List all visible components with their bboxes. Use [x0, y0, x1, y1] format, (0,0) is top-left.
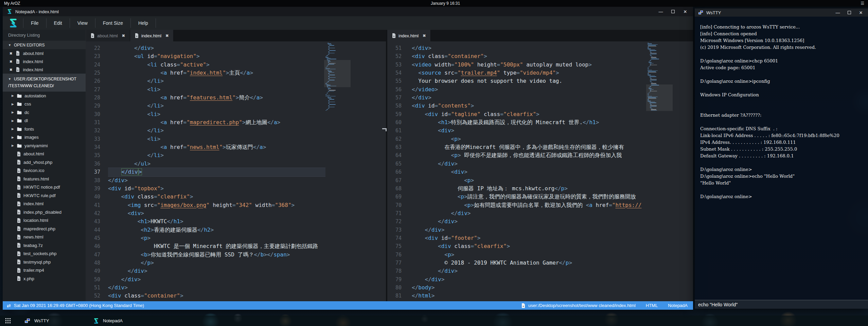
- sidebar-file-favicon.ico[interactable]: favicon.ico: [3, 167, 86, 175]
- code-line[interactable]: 伺服器 IP 地址為： mcs.hkwtc.org</p>: [412, 185, 647, 193]
- code-line[interactable]: </div>: [412, 209, 647, 217]
- code-line[interactable]: <ul id="navigation">: [108, 52, 325, 60]
- wstty-titlebar[interactable]: WsTTY — ✕: [695, 8, 868, 17]
- code-line[interactable]: </li>: [108, 102, 325, 110]
- code-area[interactable]: </div><div class="container"><video widt…: [412, 41, 647, 301]
- code-line[interactable]: <p>: [412, 251, 647, 259]
- code-line[interactable]: 在香港的Minecraft 伺服器中，多為小遊戲和純生存的伺服器，較少擁有: [412, 143, 647, 151]
- code-line[interactable]: <p>: [412, 176, 647, 185]
- sidebar-file-teabag.7z[interactable]: teabag.7z: [3, 241, 86, 250]
- code-line[interactable]: <a href="mapredirect.php">網上地圖</a>: [108, 118, 325, 127]
- close-file-icon[interactable]: ✖: [10, 68, 12, 72]
- close-file-icon[interactable]: ✖: [10, 52, 12, 55]
- code-line[interactable]: </li>: [108, 151, 325, 159]
- code-line[interactable]: <li>: [108, 85, 325, 94]
- sidebar-file-test-sockets.php[interactable]: test_sockets.php: [3, 250, 86, 258]
- code-line[interactable]: <a href="index.html">主頁</a>: [108, 69, 325, 77]
- code-line[interactable]: <h2>香港的建築伺服器</h2>: [108, 226, 325, 234]
- sidebar-file-HKWTC-notice.pdf[interactable]: HKWTC notice.pdf: [3, 183, 86, 192]
- sidebar-file-testmysql.php[interactable]: testmysql.php: [3, 258, 86, 266]
- menu-edit[interactable]: Edit: [47, 16, 70, 30]
- tab-close-icon[interactable]: ✖: [122, 34, 125, 38]
- code-line[interactable]: <a href="news.html">玩家傳送門</a>: [108, 143, 325, 151]
- code-line[interactable]: </div>: [108, 168, 325, 176]
- minimap-viewport[interactable]: [324, 60, 351, 87]
- code-line[interactable]: </ul>: [108, 160, 325, 168]
- hamburger-icon[interactable]: ☰: [861, 1, 865, 6]
- close-file-icon[interactable]: ✖: [10, 60, 12, 63]
- terminal-input[interactable]: echo "Hello World": [695, 300, 868, 309]
- sidebar-file-mapredirect.php[interactable]: mapredirect.php: [3, 225, 86, 233]
- tab-index.html[interactable]: index.html✖: [130, 30, 174, 41]
- code-line[interactable]: <div class="container">: [412, 52, 647, 60]
- editor-pane-right[interactable]: index.html✖ 5152535455565758596061626364…: [387, 30, 693, 301]
- code-line[interactable]: </div>: [412, 267, 647, 275]
- tab-close-icon[interactable]: ✖: [423, 34, 426, 38]
- system-brand[interactable]: My ArOZ: [4, 1, 20, 6]
- close-button[interactable]: ✕: [683, 9, 688, 14]
- maximize-button[interactable]: [671, 10, 675, 13]
- tab-close-icon[interactable]: ✖: [165, 34, 169, 38]
- minimap-viewport[interactable]: [646, 84, 673, 111]
- code-line[interactable]: </div>: [412, 226, 647, 234]
- code-line[interactable]: <img src="images/box.png" height="342" w…: [108, 201, 325, 209]
- root-folder-header[interactable]: ▼ USER:/DESKTOP/SCREENSHOT /TEST/WWW CLE…: [3, 74, 86, 92]
- minimap[interactable]: [648, 42, 671, 111]
- sidebar-file-HKWTC-rule.pdf[interactable]: HKWTC rule.pdf: [3, 191, 86, 200]
- code-line[interactable]: <div id="tagline" class="clearfix">: [412, 110, 647, 118]
- sidebar-file-trailer.mp4[interactable]: trailer.mp4: [3, 266, 86, 275]
- sidebar-file-location.html[interactable]: location.html: [3, 216, 86, 225]
- code-line[interactable]: <div>: [412, 168, 647, 176]
- code-line[interactable]: HKWTC 是一個 Minecraft 的建築伺服器，主要建築計劃包括鐵路: [108, 242, 325, 250]
- code-line[interactable]: <h1>特別為建築及鐵路而設，現代化的 Minecraft 世界.</h1>: [412, 118, 647, 127]
- sidebar-folder-css[interactable]: ▶css: [3, 100, 86, 109]
- terminal-output[interactable]: [info] Conencting to arozos WsTTY servic…: [695, 17, 868, 300]
- sidebar-file-news.html[interactable]: news.html: [3, 233, 86, 242]
- code-line[interactable]: <p>: [108, 234, 325, 242]
- code-line[interactable]: <source src="trailer.mp4" type="video/mp…: [412, 69, 647, 77]
- code-line[interactable]: </div>: [108, 267, 325, 275]
- taskbar-item-wstty[interactable]: WsTTY: [20, 315, 88, 326]
- tab-about.html[interactable]: about.html✖: [86, 30, 130, 41]
- taskbar-item-notepada[interactable]: NotepadA: [88, 315, 157, 326]
- code-line[interactable]: </div>: [108, 176, 325, 185]
- code-line[interactable]: </div>: [108, 44, 325, 52]
- code-line[interactable]: Your browser does not support the video …: [412, 77, 647, 85]
- menu-file[interactable]: File: [23, 16, 46, 30]
- code-line[interactable]: </body>: [412, 284, 647, 292]
- code-line[interactable]: <div class="clearfix">: [108, 193, 325, 201]
- code-line[interactable]: © 2018 - 2019 HKWTC Animation Gamer</p>: [412, 259, 647, 267]
- menu-view[interactable]: View: [70, 16, 95, 30]
- maximize-button[interactable]: [848, 11, 851, 14]
- code-line[interactable]: <video width="100%" height="500px" autop…: [412, 61, 647, 69]
- code-line[interactable]: </div>: [412, 160, 647, 168]
- code-line[interactable]: </div>: [412, 275, 647, 284]
- open-editor-item[interactable]: ✖index.html: [3, 65, 86, 74]
- editor-pane-left[interactable]: about.html✖index.html✖ 22232425262728293…: [86, 30, 387, 301]
- sidebar-folder-yamiyamimi[interactable]: ▶yamiyamimi: [3, 141, 86, 150]
- code-line[interactable]: </div>: [412, 44, 647, 52]
- sidebar-folder-images[interactable]: ▶images: [3, 133, 86, 142]
- code-line[interactable]: <div class="container">: [108, 292, 325, 300]
- notepada-titlebar[interactable]: NotepadA - index.html — ✕: [3, 7, 693, 16]
- code-line[interactable]: <li class="active">: [108, 61, 325, 69]
- sidebar-folder-dc[interactable]: ▶dc: [3, 108, 86, 117]
- menu-font-size[interactable]: Font Size: [95, 16, 130, 30]
- code-line[interactable]: <p> 即使你不是建築師，你也能透過紅石師或鐵路工程師的身份加入我: [412, 151, 647, 159]
- code-line[interactable]: <div id="contents">: [412, 102, 647, 110]
- app-launcher-icon[interactable]: [0, 318, 16, 324]
- code-line[interactable]: </div>: [412, 94, 647, 102]
- code-line[interactable]: <div>: [108, 209, 325, 217]
- code-line[interactable]: <a href="features.html">簡介</a>: [108, 94, 325, 102]
- minimap[interactable]: [325, 42, 349, 111]
- code-line[interactable]: <div id="footer">: [412, 234, 647, 242]
- code-line[interactable]: </div>: [412, 217, 647, 226]
- code-line[interactable]: <b>你知道我們全線伺服器已轉用 SSD 了嗎？</b></span>: [108, 251, 325, 259]
- code-line[interactable]: </video>: [412, 85, 647, 94]
- code-line[interactable]: <h1>HKWTC</h1>: [108, 217, 325, 226]
- status-language[interactable]: HTML: [646, 303, 658, 308]
- code-line[interactable]: </div>: [108, 275, 325, 284]
- code-line[interactable]: </html>: [412, 292, 647, 300]
- code-line[interactable]: <div class="clearfix">: [412, 242, 647, 250]
- code-line[interactable]: <div id="topbox">: [108, 185, 325, 193]
